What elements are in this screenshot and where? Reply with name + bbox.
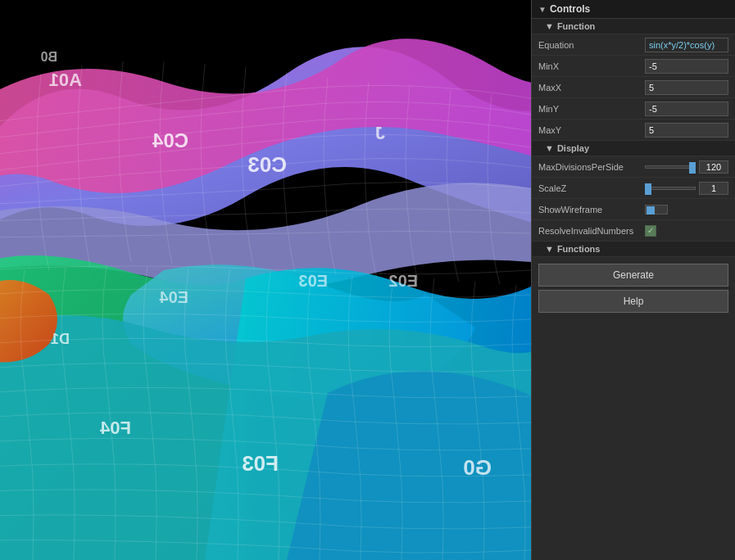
svg-text:C04: C04: [152, 129, 188, 151]
equation-input[interactable]: [645, 38, 728, 52]
maxx-label: MaxX: [538, 83, 645, 93]
resolve-invalid-checkbox[interactable]: ✓: [645, 225, 656, 237]
maxy-row: MaxY: [532, 120, 735, 141]
svg-text:A01: A01: [49, 70, 82, 90]
controls-header[interactable]: ▼ Controls: [532, 0, 735, 19]
svg-text:E02: E02: [388, 272, 418, 290]
scale-z-row: ScaleZ 1: [532, 178, 735, 199]
equation-row: Equation: [532, 34, 735, 56]
scale-z-slider[interactable]: [645, 187, 696, 190]
maxx-input[interactable]: [645, 80, 728, 95]
miny-input[interactable]: [645, 102, 728, 116]
controls-arrow-icon: ▼: [538, 5, 547, 14]
show-wireframe-toggle[interactable]: [645, 205, 668, 215]
equation-label: Equation: [538, 40, 645, 50]
3d-canvas: A01 C04 C03 B0 J E02 E03 E04 D1 F04 F03 …: [0, 0, 531, 560]
svg-text:E03: E03: [298, 272, 328, 290]
max-divisions-value: 120: [699, 160, 728, 174]
function-label: Function: [557, 21, 595, 31]
max-divisions-slider-container: 120: [645, 160, 728, 174]
svg-text:F04: F04: [99, 418, 131, 438]
minx-label: MinX: [538, 61, 645, 71]
svg-text:B0: B0: [40, 50, 57, 64]
maxy-label: MaxY: [538, 125, 645, 135]
show-wireframe-label: ShowWireframe: [538, 205, 645, 215]
svg-text:D1: D1: [51, 331, 70, 347]
scale-z-slider-container: 1: [645, 182, 728, 195]
miny-label: MinY: [538, 104, 645, 114]
display-header[interactable]: ▼ Display: [532, 141, 735, 156]
function-header[interactable]: ▼ Function: [532, 19, 735, 34]
display-label: Display: [557, 143, 589, 153]
maxx-row: MaxX: [532, 77, 735, 98]
svg-text:J: J: [375, 123, 385, 143]
max-divisions-slider[interactable]: [645, 165, 696, 169]
resolve-invalid-row: ResolveInvalidNumbers ✓: [532, 220, 735, 242]
minx-row: MinX: [532, 56, 735, 77]
miny-row: MinY: [532, 98, 735, 120]
svg-text:C03: C03: [247, 152, 287, 177]
resolve-invalid-label: ResolveInvalidNumbers: [538, 226, 645, 236]
scale-z-value: 1: [699, 182, 728, 195]
checkmark-icon: ✓: [647, 226, 654, 235]
maxy-input[interactable]: [645, 123, 728, 138]
controls-title: Controls: [550, 3, 590, 15]
show-wireframe-row: ShowWireframe: [532, 199, 735, 220]
max-divisions-label: MaxDivisionsPerSide: [538, 162, 645, 172]
scale-z-label: ScaleZ: [538, 183, 645, 193]
svg-text:G0: G0: [463, 455, 492, 480]
svg-text:F03: F03: [242, 451, 279, 476]
help-button[interactable]: Help: [538, 290, 728, 313]
functions-header[interactable]: ▼ Functions: [532, 242, 735, 257]
control-panel: ▼ Controls ▼ Function Equation MinX MaxX…: [531, 0, 735, 560]
display-arrow-icon: ▼: [545, 143, 554, 153]
svg-text:E04: E04: [159, 288, 188, 306]
functions-label: Functions: [557, 244, 601, 254]
max-divisions-row: MaxDivisionsPerSide 120: [532, 156, 735, 178]
function-arrow-icon: ▼: [545, 21, 554, 31]
minx-input[interactable]: [645, 59, 728, 74]
generate-button[interactable]: Generate: [538, 264, 728, 287]
functions-arrow-icon: ▼: [545, 244, 554, 254]
